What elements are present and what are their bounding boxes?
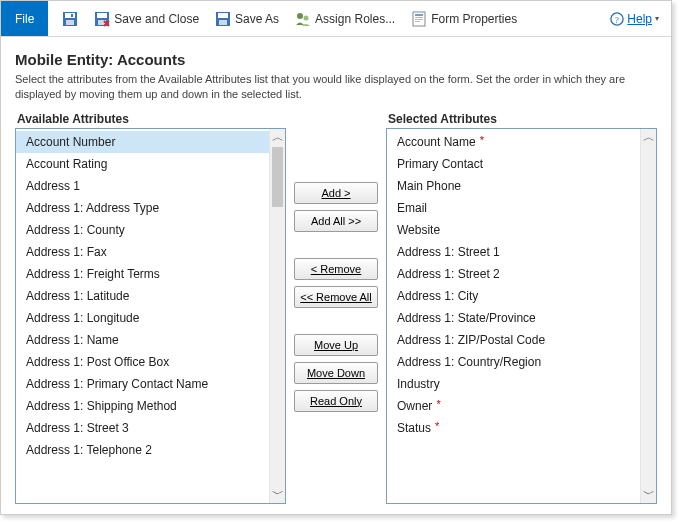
list-item[interactable]: Address 1: Telephone 2 (16, 439, 269, 461)
move-up-button[interactable]: Move Up (294, 334, 378, 356)
list-item[interactable]: Address 1 (16, 175, 269, 197)
available-listbox[interactable]: Account NumberAccount RatingAddress 1Add… (15, 128, 286, 504)
save-as-button[interactable]: Save As (209, 7, 285, 31)
list-item[interactable]: Address 1: Shipping Method (16, 395, 269, 417)
scroll-up-icon[interactable]: ︿ (641, 129, 656, 147)
save-button[interactable] (56, 7, 84, 31)
assign-roles-button[interactable]: Assign Roles... (289, 7, 401, 31)
list-item[interactable]: Address 1: Fax (16, 241, 269, 263)
selected-listbox[interactable]: Account Name *Primary ContactMain PhoneE… (386, 128, 657, 504)
list-item[interactable]: Main Phone (387, 175, 640, 197)
add-all-button[interactable]: Add All >> (294, 210, 378, 232)
columns: Available Attributes Account NumberAccou… (15, 112, 657, 504)
form-properties-button[interactable]: Form Properties (405, 7, 523, 31)
list-item[interactable]: Address 1: State/Province (387, 307, 640, 329)
help-icon: ? (610, 12, 624, 26)
list-item[interactable]: Owner * (387, 395, 640, 417)
scroll-track[interactable] (270, 147, 285, 485)
svg-rect-8 (218, 13, 228, 18)
list-item[interactable]: Account Name * (387, 131, 640, 153)
required-indicator-icon: * (477, 134, 484, 146)
save-close-icon (94, 11, 110, 27)
list-item[interactable]: Account Number (16, 131, 269, 153)
scroll-down-icon[interactable]: ﹀ (270, 485, 285, 503)
list-item[interactable]: Address 1: County (16, 219, 269, 241)
scroll-up-icon[interactable]: ︿ (270, 129, 285, 147)
list-item[interactable]: Address 1: Freight Terms (16, 263, 269, 285)
svg-rect-5 (97, 13, 107, 18)
file-tab-label: File (15, 12, 34, 26)
svg-rect-15 (415, 19, 423, 20)
list-item[interactable]: Address 1: ZIP/Postal Code (387, 329, 640, 351)
list-item[interactable]: Email (387, 197, 640, 219)
page-title: Mobile Entity: Accounts (15, 51, 657, 68)
list-item[interactable]: Industry (387, 373, 640, 395)
save-as-icon (215, 11, 231, 27)
window: File Save and Close (0, 0, 672, 515)
available-column: Available Attributes Account NumberAccou… (15, 112, 286, 504)
assign-roles-label: Assign Roles... (315, 12, 395, 26)
selected-scrollbar[interactable]: ︿ ﹀ (640, 129, 656, 503)
list-item[interactable]: Address 1: Post Office Box (16, 351, 269, 373)
scroll-down-icon[interactable]: ﹀ (641, 485, 656, 503)
save-and-close-label: Save and Close (114, 12, 199, 26)
save-icon (62, 11, 78, 27)
svg-rect-3 (71, 14, 73, 17)
list-item[interactable]: Address 1: City (387, 285, 640, 307)
read-only-button[interactable]: Read Only (294, 390, 378, 412)
svg-rect-9 (219, 20, 227, 25)
available-scrollbar[interactable]: ︿ ﹀ (269, 129, 285, 503)
svg-rect-13 (415, 14, 423, 16)
required-indicator-icon: * (432, 420, 439, 432)
list-item[interactable]: Account Rating (16, 153, 269, 175)
list-item[interactable]: Address 1: Street 2 (387, 263, 640, 285)
scroll-thumb[interactable] (272, 147, 283, 207)
list-item[interactable]: Website (387, 219, 640, 241)
svg-rect-16 (415, 21, 420, 22)
list-item[interactable]: Address 1: Street 1 (387, 241, 640, 263)
move-down-button[interactable]: Move Down (294, 362, 378, 384)
add-button[interactable]: Add > (294, 182, 378, 204)
list-item[interactable]: Address 1: Address Type (16, 197, 269, 219)
list-item[interactable]: Address 1: Longitude (16, 307, 269, 329)
toolbar: File Save and Close (1, 1, 671, 37)
remove-button[interactable]: < Remove (294, 258, 378, 280)
list-item[interactable]: Address 1: Country/Region (387, 351, 640, 373)
remove-all-button[interactable]: << Remove All (294, 286, 378, 308)
roles-icon (295, 11, 311, 27)
svg-rect-1 (65, 13, 75, 18)
form-properties-label: Form Properties (431, 12, 517, 26)
button-column: Add > Add All >> < Remove << Remove All … (286, 112, 386, 504)
svg-rect-2 (66, 20, 74, 25)
list-item[interactable]: Address 1: Street 3 (16, 417, 269, 439)
svg-point-11 (304, 15, 309, 20)
svg-rect-14 (415, 17, 423, 18)
list-item[interactable]: Status * (387, 417, 640, 439)
selected-label: Selected Attributes (386, 112, 657, 126)
list-item[interactable]: Address 1: Primary Contact Name (16, 373, 269, 395)
scroll-track[interactable] (641, 147, 656, 485)
list-item[interactable]: Address 1: Latitude (16, 285, 269, 307)
list-item[interactable]: Primary Contact (387, 153, 640, 175)
help-link[interactable]: ? Help ▾ (604, 8, 665, 30)
help-caret-icon: ▾ (655, 14, 659, 23)
list-item[interactable]: Address 1: Name (16, 329, 269, 351)
svg-point-10 (297, 13, 303, 19)
svg-text:?: ? (615, 14, 619, 24)
page-description: Select the attributes from the Available… (15, 72, 657, 102)
help-label: Help (627, 12, 652, 26)
selected-column: Selected Attributes Account Name *Primar… (386, 112, 657, 504)
content-area: Mobile Entity: Accounts Select the attri… (1, 37, 671, 514)
available-label: Available Attributes (15, 112, 286, 126)
file-tab[interactable]: File (1, 1, 48, 36)
save-as-label: Save As (235, 12, 279, 26)
required-indicator-icon: * (433, 398, 440, 410)
form-properties-icon (411, 11, 427, 27)
save-and-close-button[interactable]: Save and Close (88, 7, 205, 31)
